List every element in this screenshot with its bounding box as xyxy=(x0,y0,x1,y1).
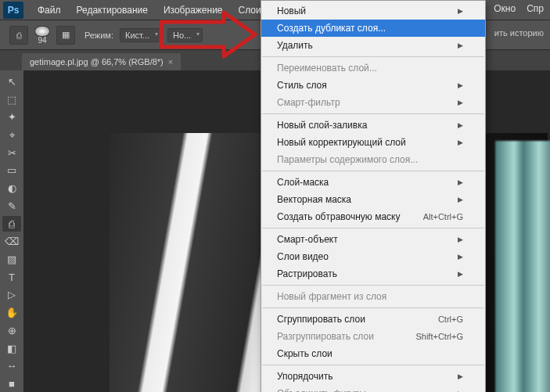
menu-window[interactable]: Окно xyxy=(494,3,516,14)
menu-item[interactable]: Стиль слоя▶ xyxy=(261,77,485,94)
menu-item-label: Растрировать xyxy=(277,268,337,279)
zoom-tool-icon[interactable]: ⊕ xyxy=(2,322,21,339)
submenu-arrow-icon: ▶ xyxy=(458,236,463,243)
crop-tool-icon[interactable]: ⌖ xyxy=(2,127,21,143)
menu-item: Смарт-фильтр▶ xyxy=(261,94,485,111)
brush-tool-icon[interactable]: ✎ xyxy=(2,198,21,214)
quickmask-icon[interactable]: ■ xyxy=(2,376,21,392)
menu-item[interactable]: Скрыть слои xyxy=(261,345,485,362)
menu-separator xyxy=(262,228,484,228)
menu-separator xyxy=(262,285,484,286)
menu-item-shortcut: Ctrl+G xyxy=(438,315,463,324)
menubar-right: Окно Спр xyxy=(494,3,544,14)
wand-tool-icon[interactable]: ✦ xyxy=(2,109,21,125)
menu-item-label: Векторная маска xyxy=(277,194,351,205)
menu-item[interactable]: Сгруппировать слоиCtrl+G xyxy=(261,311,485,328)
menu-item-label: Новый фрагмент из слоя xyxy=(277,291,386,302)
frame-tool-icon[interactable]: ▭ xyxy=(2,163,21,179)
swap-colors-icon[interactable]: ◧ xyxy=(2,340,21,357)
submenu-arrow-icon: ▶ xyxy=(458,253,463,261)
menu-item-label: Удалить xyxy=(277,40,313,51)
menu-item-label: Упорядочить xyxy=(277,371,333,382)
menu-item: Параметры содержимого слоя... xyxy=(261,151,485,168)
close-tab-icon[interactable]: × xyxy=(168,57,173,67)
brush-preview-icon[interactable] xyxy=(34,26,50,37)
menu-item-label: Смарт-фильтр xyxy=(277,97,340,108)
app-logo: Ps xyxy=(3,2,23,19)
submenu-arrow-icon: ▶ xyxy=(458,196,463,203)
submenu-arrow-icon: ▶ xyxy=(458,121,463,129)
menu-item-shortcut: Shift+Ctrl+G xyxy=(415,332,463,341)
brush-size-value: 94 xyxy=(38,37,46,45)
menu-item-label: Смарт-объект xyxy=(277,234,338,245)
menu-item-label: Слои видео xyxy=(277,251,329,262)
submenu-arrow-icon: ▶ xyxy=(458,99,463,106)
submenu-arrow-icon: ▶ xyxy=(458,178,463,186)
menu-item-label: Новый xyxy=(277,5,306,16)
menu-item-label: Параметры содержимого слоя... xyxy=(277,154,418,165)
submenu-arrow-icon: ▶ xyxy=(458,7,463,15)
menu-item-label: Слой-маска xyxy=(277,177,329,188)
tool-palette: ↖ ⬚ ✦ ⌖ ✂ ▭ ◐ ✎ ⎙ ⌫ ▨ T ▷ ✋ ⊕ ◧ ↔ ■ xyxy=(0,70,23,392)
submenu-arrow-icon: ▶ xyxy=(458,81,463,89)
submenu-arrow-icon: ▶ xyxy=(458,372,463,380)
menu-item[interactable]: Создать обтравочную маскуAlt+Ctrl+G xyxy=(261,208,485,225)
menu-item-label: Новый слой-заливка xyxy=(277,120,367,131)
slice-tool-icon[interactable]: ✂ xyxy=(2,145,21,161)
mode-label: Режим: xyxy=(84,31,113,40)
layer-context-menu: Новый▶Создать дубликат слоя...Удалить▶Пе… xyxy=(261,0,486,392)
menu-item: Разгруппировать слоиShift+Ctrl+G xyxy=(261,328,485,345)
history-hint: ить историю xyxy=(494,28,544,38)
menu-item-shortcut: Alt+Ctrl+G xyxy=(423,212,463,221)
menu-separator xyxy=(262,365,484,365)
menu-item[interactable]: Удалить▶ xyxy=(261,37,485,54)
menu-item-label: Создать дубликат слоя... xyxy=(277,23,386,34)
menu-file[interactable]: Файл xyxy=(30,2,69,19)
submenu-arrow-icon: ▶ xyxy=(458,138,463,146)
menu-item[interactable]: Растрировать▶ xyxy=(261,265,485,282)
eraser-tool-icon[interactable]: ⌫ xyxy=(2,233,21,250)
menu-item-label: Объединить фигуры xyxy=(277,388,366,392)
menu-separator xyxy=(262,171,484,171)
eyedrop-tool-icon[interactable]: ◐ xyxy=(2,180,21,196)
menu-item[interactable]: Упорядочить▶ xyxy=(261,368,485,385)
move-tool-icon[interactable]: ↖ xyxy=(2,74,21,90)
menu-separator xyxy=(262,56,484,57)
stamp-tool-icon[interactable]: ⎙ xyxy=(2,216,21,232)
menu-item-label: Сгруппировать слои xyxy=(277,314,365,325)
gradient-tool-icon[interactable]: ▨ xyxy=(2,251,21,268)
brush-panel-icon[interactable]: ▦ xyxy=(56,26,75,45)
menu-edit[interactable]: Редактирование xyxy=(69,2,156,19)
menu-item-label: Разгруппировать слои xyxy=(277,331,374,342)
menu-item-label: Создать обтравочную маску xyxy=(277,211,401,222)
document-tab[interactable]: getimage.pl.jpg @ 66,7% (RGB/8*) × xyxy=(22,53,181,70)
menu-item[interactable]: Смарт-объект▶ xyxy=(261,231,485,248)
hand-tool-icon[interactable]: ✋ xyxy=(2,304,21,321)
menu-item-label: Переименовать слой... xyxy=(277,63,377,74)
menu-item-label: Стиль слоя xyxy=(277,80,327,91)
menu-separator xyxy=(262,113,484,114)
document-image-part xyxy=(495,141,550,392)
submenu-arrow-icon: ▶ xyxy=(458,270,463,278)
type-tool-icon[interactable]: T xyxy=(2,269,21,286)
menu-item[interactable]: Слой-маска▶ xyxy=(261,174,485,191)
document-tab-title: getimage.pl.jpg @ 66,7% (RGB/8*) xyxy=(30,57,164,67)
tool-preset-icon[interactable]: ⎙ xyxy=(9,26,28,45)
blend-select[interactable]: Но... xyxy=(167,28,203,42)
menu-help[interactable]: Спр xyxy=(527,3,544,14)
menu-item-label: Скрыть слои xyxy=(277,348,333,359)
menu-item: Новый фрагмент из слоя xyxy=(261,288,485,305)
menu-image[interactable]: Изображение xyxy=(156,2,231,19)
mode-select[interactable]: Кист... xyxy=(120,28,161,42)
colors-icon[interactable]: ↔ xyxy=(2,358,21,375)
menu-item[interactable]: Новый▶ xyxy=(261,2,485,20)
path-tool-icon[interactable]: ▷ xyxy=(2,287,21,304)
menu-item[interactable]: Слои видео▶ xyxy=(261,248,485,265)
marquee-tool-icon[interactable]: ⬚ xyxy=(2,92,21,108)
menu-item[interactable]: Новый слой-заливка▶ xyxy=(261,117,485,134)
menu-item[interactable]: Создать дубликат слоя... xyxy=(261,20,485,37)
menu-separator xyxy=(262,307,484,308)
menu-item-label: Новый корректирующий слой xyxy=(277,137,406,148)
menu-item[interactable]: Векторная маска▶ xyxy=(261,191,485,208)
menu-item[interactable]: Новый корректирующий слой▶ xyxy=(261,134,485,151)
